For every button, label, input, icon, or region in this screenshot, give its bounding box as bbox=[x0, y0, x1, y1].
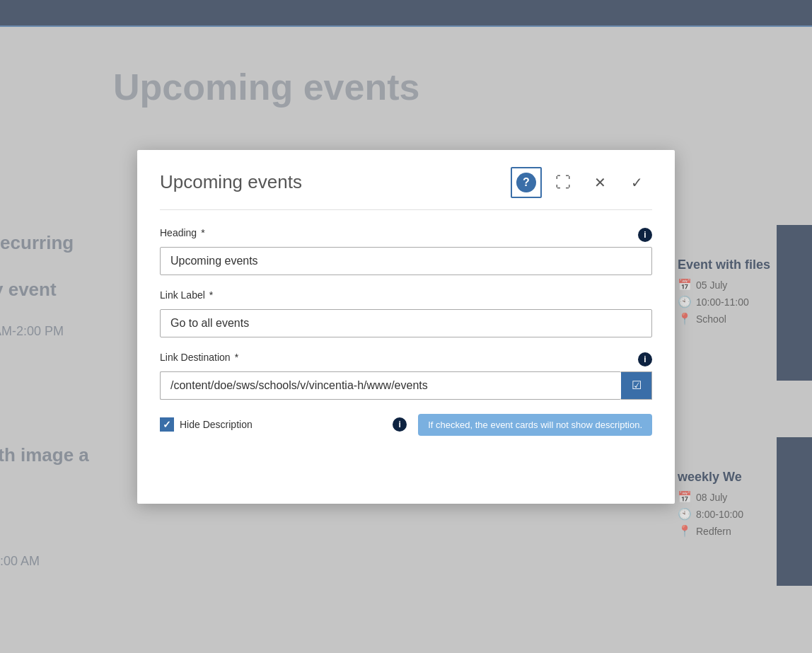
link-destination-label-row: Link Destination * i bbox=[160, 352, 652, 367]
close-icon: ✕ bbox=[594, 174, 606, 191]
check-icon: ✓ bbox=[631, 174, 643, 191]
modal-header: Upcoming events ? ⛶ ✕ ✓ bbox=[160, 167, 652, 210]
modal-overlay: Upcoming events ? ⛶ ✕ ✓ bbox=[0, 0, 812, 653]
modal-dialog: Upcoming events ? ⛶ ✕ ✓ bbox=[137, 150, 675, 504]
heading-label-row: Heading * i bbox=[160, 227, 652, 243]
heading-required: * bbox=[201, 227, 204, 238]
close-button[interactable]: ✕ bbox=[584, 167, 615, 198]
link-label-required: * bbox=[209, 289, 213, 301]
link-dest-info-icon[interactable]: i bbox=[638, 352, 652, 366]
expand-button[interactable]: ⛶ bbox=[547, 167, 579, 198]
help-button[interactable]: ? bbox=[511, 167, 542, 198]
link-label-input[interactable] bbox=[160, 309, 652, 337]
modal-title: Upcoming events bbox=[160, 171, 302, 193]
hide-description-label: Hide Description bbox=[180, 419, 253, 430]
modal-actions: ? ⛶ ✕ ✓ bbox=[511, 167, 652, 198]
heading-info-icon[interactable]: i bbox=[638, 228, 652, 242]
copy-icon: ☑ bbox=[632, 378, 642, 392]
hide-description-checkbox[interactable]: ✓ bbox=[160, 417, 174, 432]
link-label-label: Link Label * bbox=[160, 289, 213, 301]
hide-description-tooltip: If checked, the event cards will not sho… bbox=[418, 414, 652, 436]
link-label-label-row: Link Label * bbox=[160, 289, 652, 305]
checkbox-check-icon: ✓ bbox=[163, 419, 171, 430]
link-destination-copy-button[interactable]: ☑ bbox=[621, 371, 652, 400]
heading-input[interactable] bbox=[160, 247, 652, 275]
link-label-field-group: Link Label * bbox=[160, 289, 652, 337]
link-destination-input-row: ☑ bbox=[160, 371, 652, 400]
help-icon: ? bbox=[516, 173, 536, 192]
hide-description-row: ✓ Hide Description i If checked, the eve… bbox=[160, 414, 652, 436]
heading-field-group: Heading * i bbox=[160, 227, 652, 275]
hide-description-info-icon[interactable]: i bbox=[393, 417, 407, 432]
link-destination-input[interactable] bbox=[160, 371, 621, 400]
link-destination-label: Link Destination * bbox=[160, 352, 238, 363]
link-destination-field-group: Link Destination * i ☑ bbox=[160, 352, 652, 400]
link-dest-required: * bbox=[235, 352, 238, 363]
expand-icon: ⛶ bbox=[555, 173, 571, 192]
confirm-button[interactable]: ✓ bbox=[621, 167, 652, 198]
heading-label: Heading * bbox=[160, 227, 205, 238]
